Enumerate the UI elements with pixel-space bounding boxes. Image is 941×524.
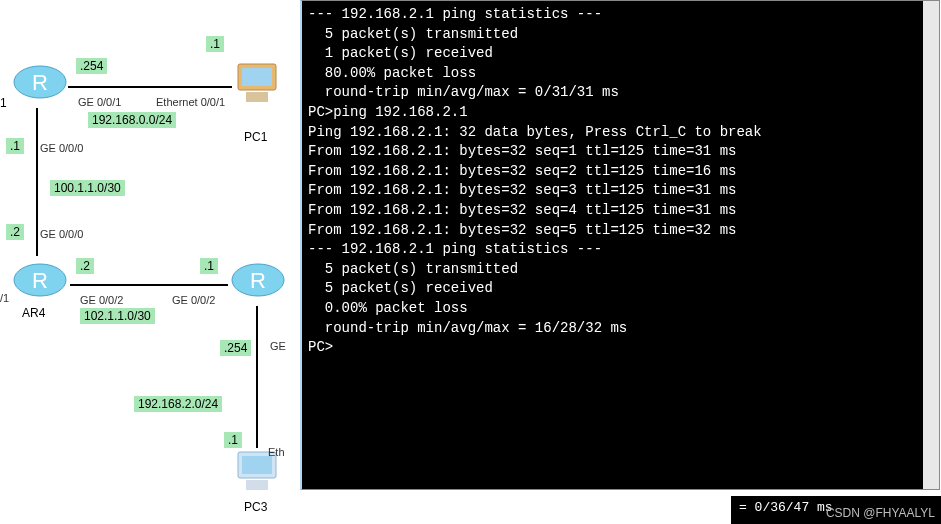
terminal-line: From 192.168.2.1: bytes=32 seq=3 ttl=125…	[308, 181, 933, 201]
ip-tag: .254	[76, 58, 107, 74]
terminal-line: From 192.168.2.1: bytes=32 seq=2 ttl=125…	[308, 162, 933, 182]
link-r1-ar4	[36, 108, 38, 256]
terminal-line: 1 packet(s) received	[308, 44, 933, 64]
terminal2-text: = 0/36/47 ms	[739, 500, 833, 515]
terminal-line: round-trip min/avg/max = 0/31/31 ms	[308, 83, 933, 103]
pc1-icon[interactable]	[232, 60, 282, 108]
iface-label: /1	[0, 292, 9, 304]
ip-tag: .1	[206, 36, 224, 52]
router-r1[interactable]: R	[12, 58, 68, 106]
svg-text:R: R	[250, 268, 266, 293]
iface-label: GE 0/0/0	[40, 142, 83, 154]
svg-text:R: R	[32, 268, 48, 293]
router-ar4[interactable]: R	[12, 256, 68, 304]
iface-label: Ethernet 0/0/1	[156, 96, 225, 108]
terminal-line: --- 192.168.2.1 ping statistics ---	[308, 5, 933, 25]
topology-canvas: R 1 R AR4 R PC1 PC3 .254 .1 192.168.0.0/…	[0, 0, 300, 524]
terminal-line: 5 packet(s) transmitted	[308, 25, 933, 45]
terminal-line: 80.00% packet loss	[308, 64, 933, 84]
ip-tag: .1	[224, 432, 242, 448]
svg-text:R: R	[32, 70, 48, 95]
terminal-line: 0.00% packet loss	[308, 299, 933, 319]
iface-label: GE 0/0/2	[80, 294, 123, 306]
terminal-line: PC>	[308, 338, 933, 358]
terminal-window[interactable]: --- 192.168.2.1 ping statistics --- 5 pa…	[300, 0, 940, 490]
terminal-line: 5 packet(s) received	[308, 279, 933, 299]
subnet-tag: 100.1.1.0/30	[50, 180, 125, 196]
ip-tag: .1	[6, 138, 24, 154]
pc3-label: PC3	[244, 500, 267, 514]
svg-rect-11	[246, 480, 268, 490]
terminal-line: From 192.168.2.1: bytes=32 seq=5 ttl=125…	[308, 221, 933, 241]
link-r5-pc3	[256, 306, 258, 448]
terminal-line: PC>ping 192.168.2.1	[308, 103, 933, 123]
subnet-tag: 192.168.0.0/24	[88, 112, 176, 128]
terminal-line: 5 packet(s) transmitted	[308, 260, 933, 280]
router-ar4-label: AR4	[22, 306, 45, 320]
iface-label: GE	[270, 340, 286, 352]
watermark-text: CSDN @FHYAALYL	[826, 506, 935, 520]
pc1-label: PC1	[244, 130, 267, 144]
ip-tag: .1	[200, 258, 218, 274]
terminal-line: Ping 192.168.2.1: 32 data bytes, Press C…	[308, 123, 933, 143]
terminal-scrollbar[interactable]	[923, 1, 939, 489]
ip-tag: .2	[6, 224, 24, 240]
svg-rect-8	[246, 92, 268, 102]
iface-label: Eth	[268, 446, 285, 458]
terminal-line: From 192.168.2.1: bytes=32 seq=4 ttl=125…	[308, 201, 933, 221]
svg-rect-10	[242, 456, 272, 474]
iface-label: GE 0/0/0	[40, 228, 83, 240]
subnet-tag: 102.1.1.0/30	[80, 308, 155, 324]
terminal-line: From 192.168.2.1: bytes=32 seq=1 ttl=125…	[308, 142, 933, 162]
router-r1-label: 1	[0, 96, 7, 110]
terminal-line: round-trip min/avg/max = 16/28/32 ms	[308, 319, 933, 339]
terminal-line: --- 192.168.2.1 ping statistics ---	[308, 240, 933, 260]
iface-label: GE 0/0/2	[172, 294, 215, 306]
router-r5[interactable]: R	[230, 256, 286, 304]
ip-tag: .2	[76, 258, 94, 274]
link-r1-pc1	[68, 86, 232, 88]
subnet-tag: 192.168.2.0/24	[134, 396, 222, 412]
svg-rect-7	[242, 68, 272, 86]
iface-label: GE 0/0/1	[78, 96, 121, 108]
link-ar4-r5	[70, 284, 228, 286]
ip-tag: .254	[220, 340, 251, 356]
